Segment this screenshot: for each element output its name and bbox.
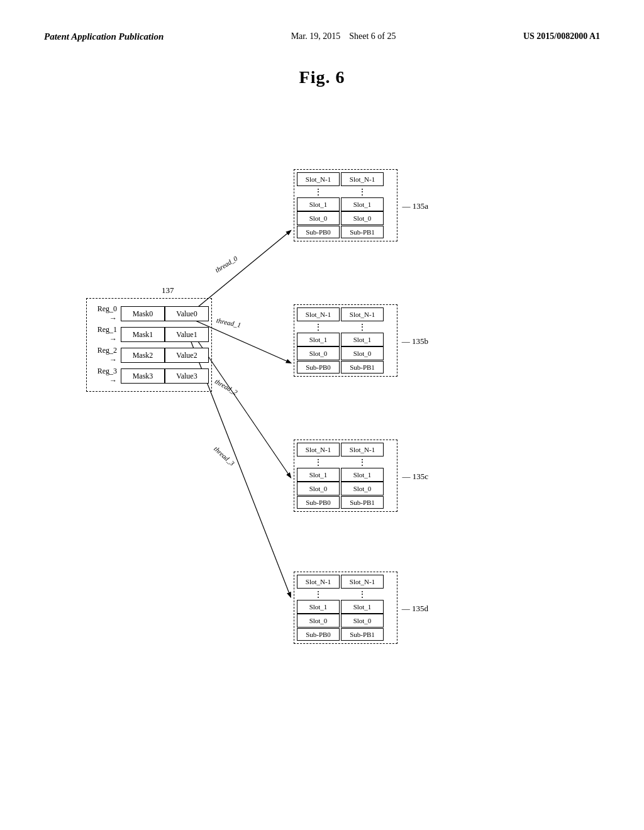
dots-col1-135d: ⋮ xyxy=(341,589,384,600)
slot0-col0-135b: Slot_0 xyxy=(297,346,340,360)
register-block: Reg_0 → Mask0 Value0 Reg_1 → Mask1 Value… xyxy=(86,298,212,392)
slot1-col0-135d: Slot_1 xyxy=(297,600,340,614)
dots-col0-135b: ⋮ xyxy=(297,321,340,333)
register-block-label: 137 xyxy=(162,285,174,296)
slot-n1-col1-135d: Slot_N-1 xyxy=(341,575,384,589)
subpb1-label-135b: Sub-PB1 xyxy=(341,361,384,374)
pb-block-135d: Slot_N-1 ⋮ Slot_1 Slot_0 Slot_N-1 ⋮ Slot… xyxy=(294,572,397,644)
thread-label-2: thread_2 xyxy=(214,377,239,396)
value-cell-0: Value0 xyxy=(165,306,209,321)
slot1-col0-135b: Slot_1 xyxy=(297,333,340,346)
slot-n1-col1-135b: Slot_N-1 xyxy=(341,307,384,321)
slot0-col1-135a: Slot_0 xyxy=(341,211,384,225)
subpb0-label-135d: Sub-PB0 xyxy=(297,628,340,641)
dots-col1-135a: ⋮ xyxy=(341,186,384,197)
mask-cell-3: Mask3 xyxy=(121,368,165,384)
slot0-col1-135c: Slot_0 xyxy=(341,482,384,495)
subpb1-label-135d: Sub-PB1 xyxy=(341,628,384,641)
diagram: 137 Reg_0 → Mask0 Value0 Reg_1 → Mask1 V… xyxy=(52,119,592,716)
header-center-text: Mar. 19, 2015 Sheet 6 of 25 xyxy=(291,31,396,42)
reg-row-2: Reg_2 → Mask2 Value2 xyxy=(89,346,209,365)
subpb1-label-135a: Sub-PB1 xyxy=(341,226,384,238)
slot-n1-col1-135c: Slot_N-1 xyxy=(341,443,384,456)
slot-n1-col1-135a: Slot_N-1 xyxy=(341,172,384,186)
pb-block-135a: Slot_N-1 ⋮ Slot_1 Slot_0 Slot_N-1 ⋮ Slot… xyxy=(294,169,397,241)
slot0-col0-135c: Slot_0 xyxy=(297,482,340,495)
page: Patent Application Publication Mar. 19, … xyxy=(0,0,644,830)
reg-row-1: Reg_1 → Mask1 Value1 xyxy=(89,325,209,344)
dots-col1-135c: ⋮ xyxy=(341,456,384,468)
thread-label-1: thread_1 xyxy=(216,316,242,329)
subpb0-label-135b: Sub-PB0 xyxy=(297,361,340,374)
reg-label-2: Reg_2 → xyxy=(89,346,121,365)
ref-label-135c: — 135c xyxy=(402,472,428,482)
slot0-col1-135b: Slot_0 xyxy=(341,346,384,360)
value-cell-1: Value1 xyxy=(165,327,209,342)
slot0-col0-135d: Slot_0 xyxy=(297,614,340,628)
reg-row-0: Reg_0 → Mask0 Value0 xyxy=(89,304,209,323)
thread-label-3: thread_3 xyxy=(213,445,236,467)
slot1-col0-135c: Slot_1 xyxy=(297,468,340,482)
ref-label-135a: — 135a xyxy=(402,201,428,211)
page-header: Patent Application Publication Mar. 19, … xyxy=(44,31,600,42)
thread-label-0: thread_0 xyxy=(214,254,239,274)
mask-cell-2: Mask2 xyxy=(121,348,165,363)
reg-label-0: Reg_0 → xyxy=(89,304,121,323)
slot0-col0-135a: Slot_0 xyxy=(297,211,340,225)
slot0-col1-135d: Slot_0 xyxy=(341,614,384,628)
pb-block-135c: Slot_N-1 ⋮ Slot_1 Slot_0 Slot_N-1 ⋮ Slot… xyxy=(294,440,397,512)
dots-col1-135b: ⋮ xyxy=(341,321,384,333)
value-cell-3: Value3 xyxy=(165,368,209,384)
reg-label-3: Reg_3 → xyxy=(89,367,121,385)
header-right-text: US 2015/0082000 A1 xyxy=(523,31,600,42)
pb-block-135b: Slot_N-1 ⋮ Slot_1 Slot_0 Slot_N-1 ⋮ Slot… xyxy=(294,304,397,377)
slot1-col1-135d: Slot_1 xyxy=(341,600,384,614)
reg-label-1: Reg_1 → xyxy=(89,325,121,344)
subpb0-label-135a: Sub-PB0 xyxy=(297,226,340,238)
dots-col0-135a: ⋮ xyxy=(297,186,340,197)
slot-n1-col0-135a: Slot_N-1 xyxy=(297,172,340,186)
subpb1-label-135c: Sub-PB1 xyxy=(341,496,384,509)
slot1-col1-135b: Slot_1 xyxy=(341,333,384,346)
mask-cell-1: Mask1 xyxy=(121,327,165,342)
ref-label-135b: — 135b xyxy=(402,336,428,346)
slot1-col1-135a: Slot_1 xyxy=(341,197,384,211)
slot-n1-col0-135d: Slot_N-1 xyxy=(297,575,340,589)
slot-n1-col0-135b: Slot_N-1 xyxy=(297,307,340,321)
figure-title: Fig. 6 xyxy=(44,67,600,87)
header-left-text: Patent Application Publication xyxy=(44,31,164,42)
mask-cell-0: Mask0 xyxy=(121,306,165,321)
slot1-col0-135a: Slot_1 xyxy=(297,197,340,211)
slot1-col1-135c: Slot_1 xyxy=(341,468,384,482)
reg-row-3: Reg_3 → Mask3 Value3 xyxy=(89,367,209,385)
value-cell-2: Value2 xyxy=(165,348,209,363)
dots-col0-135c: ⋮ xyxy=(297,456,340,468)
slot-n1-col0-135c: Slot_N-1 xyxy=(297,443,340,456)
dots-col0-135d: ⋮ xyxy=(297,589,340,600)
ref-label-135d: — 135d xyxy=(402,604,428,614)
subpb0-label-135c: Sub-PB0 xyxy=(297,496,340,509)
